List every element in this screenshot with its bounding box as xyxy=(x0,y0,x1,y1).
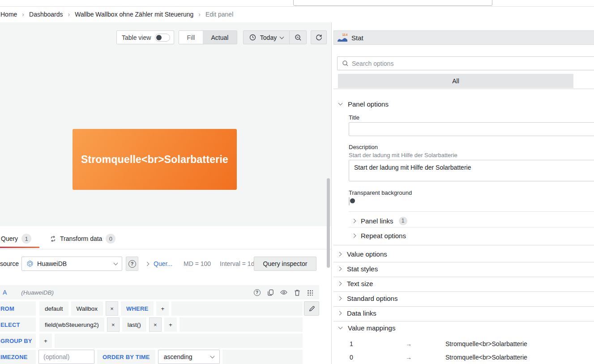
breadcrumb-dashboards[interactable]: Dashboards xyxy=(29,11,63,18)
subsection-panel-links[interactable]: Panel links 1 xyxy=(333,215,594,226)
section-data-links-label: Data links xyxy=(347,309,376,317)
datasource-row: source HuaweiDB ? Quer... MD = 100 Inter… xyxy=(0,257,331,271)
panel-preview-canvas: Table view Fill Actual Today xyxy=(0,22,331,226)
query-datasource-hint: (HuaweiDB) xyxy=(21,289,54,296)
section-text-size[interactable]: Text size xyxy=(333,278,594,288)
section-value-mappings[interactable]: Value mappings xyxy=(333,323,594,333)
tab-transform-data[interactable]: Transform data 0 xyxy=(49,234,115,244)
breadcrumb-home[interactable]: Home xyxy=(0,11,17,18)
title-label: Title xyxy=(349,114,359,121)
section-divider xyxy=(333,277,594,277)
transform-count-badge: 0 xyxy=(106,234,115,244)
transparent-background-toggle[interactable] xyxy=(349,197,350,206)
chevron-right-icon xyxy=(338,296,342,300)
panel-type-header[interactable]: 12.4 Stat xyxy=(333,30,594,45)
duplicate-query-icon[interactable] xyxy=(267,289,274,296)
section-panel-options[interactable]: Panel options xyxy=(333,99,594,109)
section-standard-options[interactable]: Standard options xyxy=(333,293,594,303)
refresh-button[interactable] xyxy=(311,30,327,44)
section-value-options[interactable]: Value options xyxy=(333,249,594,259)
section-stat-styles[interactable]: Stat styles xyxy=(333,264,594,274)
delete-query-icon[interactable] xyxy=(294,289,301,296)
panel-type-label: Stat xyxy=(351,34,363,42)
zoom-out-time-button[interactable] xyxy=(289,31,306,44)
description-help-text: Start der ladung mit Hilfe der Solarbatt… xyxy=(349,152,457,158)
value-mapping-row: 0 xyxy=(350,354,353,361)
drag-query-handle-icon[interactable] xyxy=(307,290,313,295)
clock-icon xyxy=(249,34,256,41)
section-value-mappings-label: Value mappings xyxy=(348,324,395,332)
query-ref-id: A xyxy=(3,289,7,296)
breadcrumb-dashboard-name[interactable]: Wallbe Wallbox ohne Zähler mit Steuerung xyxy=(75,11,193,18)
query-count-badge: 1 xyxy=(21,234,31,244)
chevron-right-icon xyxy=(338,281,342,286)
panel-title-input[interactable] xyxy=(349,122,594,136)
section-data-links[interactable]: Data links xyxy=(333,308,594,318)
remove-aggregation-button[interactable]: × xyxy=(149,317,162,332)
order-direction-value: ascending xyxy=(164,353,192,360)
group-by-keyword[interactable]: GROUP BY xyxy=(0,334,36,348)
hide-query-icon[interactable] xyxy=(280,289,287,296)
datasource-picker[interactable]: HuaweiDB xyxy=(21,257,122,271)
options-tab-all[interactable]: All xyxy=(338,74,573,88)
panel-links-count-badge: 1 xyxy=(399,217,407,225)
zoom-out-icon xyxy=(295,34,302,41)
from-keyword[interactable]: ROM xyxy=(0,301,36,316)
options-search-input[interactable] xyxy=(352,60,594,67)
chevron-right-icon xyxy=(338,311,342,315)
transparent-background-label: Transparent background xyxy=(349,189,412,196)
remove-measurement-button[interactable]: × xyxy=(106,301,118,316)
row-filler xyxy=(55,334,303,348)
refresh-icon xyxy=(315,34,322,41)
mapping-arrow-icon: → xyxy=(406,354,412,361)
remove-field-button[interactable]: × xyxy=(107,317,120,332)
edit-query-text-button[interactable] xyxy=(304,301,319,316)
timezone-keyword: IMEZONE xyxy=(0,350,36,364)
search-icon xyxy=(342,60,349,67)
global-search-input[interactable] xyxy=(293,0,492,6)
table-view-toggle[interactable] xyxy=(155,34,170,42)
order-direction-select[interactable]: ascending xyxy=(158,350,220,364)
where-keyword[interactable]: WHERE xyxy=(121,301,154,316)
help-icon[interactable]: ? xyxy=(253,289,261,296)
add-group-by-button[interactable]: + xyxy=(39,334,52,348)
datasource-help-button[interactable]: ? xyxy=(126,257,138,271)
from-row: ROM default Wallbox × WHERE + xyxy=(0,301,303,316)
actual-option[interactable]: Actual xyxy=(203,31,237,44)
table-view-label: Table view xyxy=(122,34,151,41)
description-label: Description xyxy=(349,144,378,150)
section-standard-options-label: Standard options xyxy=(347,295,397,302)
mapping-display-text: Stromquelle<br>Solarbatterie xyxy=(445,340,527,347)
field-segment[interactable]: field(wbSteuerung2) xyxy=(39,317,104,332)
interval-value: Interval = 1d xyxy=(220,260,254,267)
query-options-summary[interactable]: Quer... xyxy=(154,260,172,267)
order-by-time-label: ORDER BY TIME xyxy=(97,350,155,364)
aggregation-segment[interactable]: last() xyxy=(122,317,146,332)
pencil-icon xyxy=(308,305,315,312)
chevron-right-icon xyxy=(338,252,342,256)
time-range-picker[interactable]: Today xyxy=(244,31,289,44)
query-a-header[interactable]: A (HuaweiDB) ? xyxy=(0,285,319,300)
tabbar-divider xyxy=(0,249,331,249)
stat-panel-preview[interactable]: Stromquelle<br>Solarbatterie xyxy=(73,129,237,190)
measurement-segment[interactable]: Wallbox xyxy=(71,301,103,316)
retention-policy-segment[interactable]: default xyxy=(39,301,68,316)
left-pane-scrollbar[interactable] xyxy=(327,178,330,268)
add-select-button[interactable]: + xyxy=(164,317,177,332)
panel-description-textarea[interactable]: Start der ladung mit Hilfe der Solarbatt… xyxy=(349,160,594,181)
select-keyword[interactable]: ELECT xyxy=(0,317,36,332)
mapping-value: 0 xyxy=(350,354,353,361)
fill-option[interactable]: Fill xyxy=(179,31,203,44)
query-inspector-button[interactable]: Query inspector xyxy=(254,257,316,271)
chevron-down-icon xyxy=(210,354,214,359)
tab-query[interactable]: Query 1 xyxy=(1,234,31,244)
chevron-down-icon xyxy=(114,261,118,266)
timezone-input[interactable] xyxy=(38,350,94,364)
subsection-repeat-options[interactable]: Repeat options xyxy=(333,230,594,241)
section-divider xyxy=(333,262,594,262)
table-view-toggle-button[interactable]: Table view xyxy=(116,30,174,44)
value-mapping-row: 1 xyxy=(350,340,353,347)
add-where-button[interactable]: + xyxy=(156,301,169,316)
pane-divider[interactable] xyxy=(331,22,332,364)
tab-query-label: Query xyxy=(1,235,18,242)
